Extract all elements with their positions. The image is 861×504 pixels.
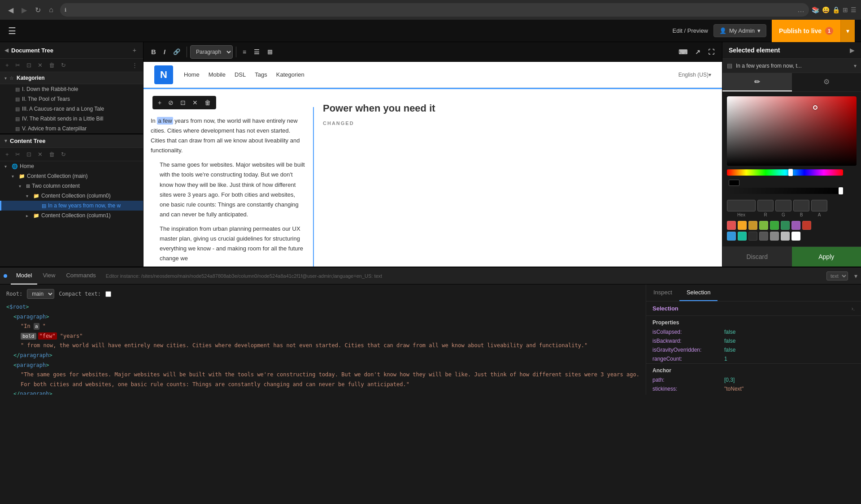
content-tree-col0[interactable]: ▾ 📁 Content Collection (column0) [0,191,143,201]
ct-toolbar-copy[interactable]: ⊡ [24,150,34,159]
right-panel-arrow-icon[interactable]: ▶ [850,47,855,54]
italic-button[interactable]: I [161,46,169,58]
b-input[interactable]: 0 [793,200,809,211]
hue-slider[interactable] [727,169,843,176]
hex-input[interactable]: 000000 [727,200,756,211]
content-tree-main-collection[interactable]: ▾ 📁 Content Collection (main) [0,171,143,181]
content-tree-two-col[interactable]: ▾ ⊞ Two column content [0,181,143,191]
prop-val-isCollapsed: false [724,329,735,335]
swatch-white[interactable] [791,232,800,241]
swatch-dark[interactable] [748,232,757,241]
home-button[interactable]: ⌂ [45,4,57,16]
swatch-red[interactable] [727,221,736,230]
doc-tree-collapse-btn[interactable]: ◀ [4,47,9,53]
table-button[interactable]: ⊞ [264,46,276,58]
doc-toolbar-copy[interactable]: ⊡ [24,60,34,70]
bold-button[interactable]: B [148,46,159,58]
inspect-tab-btn[interactable]: Inspect [646,284,679,301]
content-tree-active-item[interactable]: ▤ In a few years from now, the w [0,201,143,211]
content-tree-col1[interactable]: ▸ 📁 Content Collection (column1) [0,211,143,220]
ct-toolbar-cut[interactable]: ✂ [13,150,23,159]
nav-link-kategorien[interactable]: Kategorien [276,71,304,78]
doc-toolbar-delete[interactable]: 🗑 [46,60,57,70]
unordered-list-button[interactable]: ☰ [251,46,263,58]
apply-button[interactable]: Apply [792,247,861,267]
g-input[interactable]: 0 [775,200,791,211]
tab-commands-btn[interactable]: Commands [61,267,101,284]
doc-tree-item-3[interactable]: ▤ III. A Caucus-race and a Long Tale [0,104,143,114]
publish-dropdown-button[interactable]: ▾ [840,20,855,42]
hamburger-button[interactable]: ☰ [6,24,18,38]
discard-button[interactable]: Discard [722,247,792,267]
kategorien-header[interactable]: ▾ ☆ Kategorien [0,72,143,84]
compact-text-checkbox[interactable] [105,291,111,297]
doc-tree-item-2[interactable]: ▤ II. The Pool of Tears [0,94,143,104]
bottom-area: Model View Commands Editor instance: /si… [0,267,861,395]
editor-instance-dropdown[interactable]: text [826,271,848,280]
swatch-orange[interactable] [738,221,747,230]
selected-element-row[interactable]: ▤ In a few years from now, t... ▾ [722,59,861,73]
swatch-crimson[interactable] [802,221,811,230]
bottom-collapse-btn[interactable]: ▾ [851,269,861,283]
doc-tree-add-btn[interactable]: + [130,46,139,55]
tab-edit-btn[interactable]: ✏ [722,73,792,91]
fullscreen-button[interactable]: ⛶ [705,46,718,58]
lang-selector[interactable]: English (US)▾ [678,72,711,78]
swatch-brown[interactable] [748,221,757,230]
ct-toolbar-paste[interactable]: ✕ [35,150,45,159]
doc-toolbar-more[interactable]: ⋮ [129,60,140,70]
swatch-gray2[interactable] [770,232,779,241]
doc-toolbar-add[interactable]: + [3,60,12,70]
alpha-slider[interactable] [727,188,843,194]
external-link-button[interactable]: ↗ [692,46,704,58]
selection-more-btn[interactable]: ›. [852,306,855,312]
tab-model-btn[interactable]: Model [11,267,37,284]
doc-tree-item-1[interactable]: ▤ I. Down the Rabbit-hole [0,84,143,94]
nav-link-tags[interactable]: Tags [255,71,267,78]
admin-button[interactable]: 👤 My Admin ▾ [713,24,766,37]
r-input[interactable]: 0 [757,200,774,211]
doc-toolbar-cut2[interactable]: ✕ [35,60,45,70]
nav-link-dsl[interactable]: DSL [235,71,246,78]
a-input[interactable]: 100 [811,200,827,211]
swatch-cyan[interactable] [738,232,747,241]
nav-link-mobile[interactable]: Mobile [209,71,226,78]
swatch-gray3[interactable] [781,232,790,241]
swatch-green[interactable] [770,221,779,230]
swatch-teal[interactable] [781,221,790,230]
format-select[interactable]: Paragraph Heading 1 Heading 2 Heading 3 [190,45,233,59]
float-copy-btn[interactable]: ⊡ [178,98,188,108]
publish-button[interactable]: Publish to live 1 [772,20,840,42]
color-swatches-row1 [727,221,857,230]
swatch-blue[interactable] [727,232,736,241]
swatch-lime[interactable] [759,221,768,230]
float-disable-btn[interactable]: ⊘ [165,98,176,108]
doc-tree-item-5[interactable]: ▤ V. Advice from a Caterpillar [0,124,143,134]
content-tree-header[interactable]: ▾ Content Tree [0,134,143,148]
nav-link-home[interactable]: Home [184,71,200,78]
ct-toolbar-refresh[interactable]: ↻ [58,150,69,159]
keyboard-button[interactable]: ⌨ [675,46,691,58]
float-delete-btn[interactable]: 🗑 [202,98,213,108]
doc-toolbar-cut[interactable]: ✂ [13,60,23,70]
tab-view-btn[interactable]: View [37,267,61,284]
ordered-list-button[interactable]: ≡ [239,46,249,58]
doc-toolbar-refresh[interactable]: ↻ [58,60,69,70]
selection-tab-btn[interactable]: Selection [679,284,718,301]
float-close-btn[interactable]: ✕ [190,98,200,108]
forward-button[interactable]: ▶ [18,4,30,16]
root-select[interactable]: main [27,289,54,299]
ct-toolbar-delete[interactable]: 🗑 [46,150,57,159]
ct-toolbar-add[interactable]: + [3,150,12,159]
swatch-purple[interactable] [791,221,800,230]
link-button[interactable]: 🔗 [170,46,183,57]
back-button[interactable]: ◀ [4,4,17,16]
refresh-button[interactable]: ↻ [31,4,44,16]
url-input[interactable]: 127.0.0.1:8081/neos/content?node=%2Fsite… [69,7,795,13]
float-add-btn[interactable]: + [155,98,164,108]
content-tree-home[interactable]: ▾ 🌐 Home [0,161,143,171]
tab-gear-btn[interactable]: ⚙ [792,73,861,91]
swatch-gray1[interactable] [759,232,768,241]
doc-tree-item-4[interactable]: ▤ IV. The Rabbit sends in a Little Bill [0,114,143,124]
color-gradient[interactable] [727,96,857,166]
